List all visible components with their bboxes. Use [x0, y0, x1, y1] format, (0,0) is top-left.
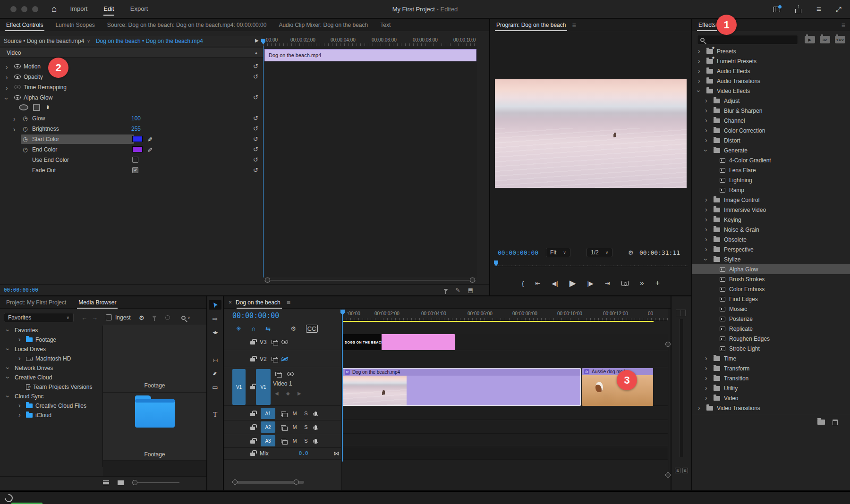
hand-tool[interactable]: [209, 396, 221, 405]
go-to-out-button[interactable]: ⇥: [605, 280, 610, 287]
ripple-edit-tool[interactable]: ◀▶: [209, 328, 221, 337]
chevron-icon[interactable]: [698, 88, 703, 94]
start-color-swatch[interactable]: [132, 136, 143, 142]
mix-value[interactable]: 0.0: [299, 450, 308, 456]
param-row-glow[interactable]: Glow 100: [0, 113, 263, 124]
solo-right-button[interactable]: S: [682, 468, 688, 473]
play-button[interactable]: ▶: [570, 278, 576, 288]
tab-audio-clip-mixer[interactable]: Audio Clip Mixer: Dog on the beach: [272, 19, 374, 31]
effects-tree-item[interactable]: Color Emboss: [692, 284, 850, 294]
effects-tree-item[interactable]: Lightning: [692, 175, 850, 185]
voiceover-mic-icon[interactable]: [314, 412, 317, 416]
effects-tree-item[interactable]: Time: [692, 353, 850, 363]
chevron-icon[interactable]: [13, 116, 18, 123]
reset-icon[interactable]: [253, 125, 258, 132]
stopwatch-icon[interactable]: [23, 146, 27, 153]
solo-button[interactable]: S: [303, 438, 309, 444]
chevron-icon[interactable]: [698, 405, 703, 412]
chevron-icon[interactable]: [705, 246, 710, 253]
effects-tree-item[interactable]: Adjust: [692, 96, 850, 106]
scrollbar-handle[interactable]: [232, 479, 238, 485]
export-frame-button[interactable]: [621, 281, 629, 286]
chevron-icon[interactable]: [7, 365, 12, 371]
solo-button[interactable]: S: [303, 424, 309, 430]
chevron-icon[interactable]: [705, 207, 710, 213]
media-tree-item[interactable]: Macintosh HD: [0, 354, 102, 363]
chevron-icon[interactable]: [6, 64, 10, 71]
effects-tree-item[interactable]: Presets: [692, 46, 850, 56]
program-timecode[interactable]: 00:00:00:00: [498, 249, 538, 256]
media-tree-item[interactable]: Creative Cloud Files: [0, 401, 102, 411]
target-patch-audio[interactable]: A1: [261, 408, 275, 419]
effects-tree-item[interactable]: Find Edges: [692, 294, 850, 304]
stopwatch-icon[interactable]: [23, 136, 27, 143]
share-icon[interactable]: [795, 9, 801, 13]
slip-tool[interactable]: |↔|: [209, 355, 221, 364]
clip-dog-on-the-beach[interactable]: fx Dog on the beach.mp4: [342, 368, 581, 406]
scrollbar-handle[interactable]: [665, 342, 671, 347]
creative-cloud-sync-icon[interactable]: [3, 492, 15, 504]
v2-lane[interactable]: [342, 351, 668, 367]
settings-wrench-icon[interactable]: ⚙: [628, 249, 634, 256]
chevron-icon[interactable]: [6, 75, 10, 81]
effects-tree-item[interactable]: Strobe Light: [692, 344, 850, 353]
effects-tree-item[interactable]: Alpha Glow: [692, 264, 850, 274]
home-button[interactable]: ⌂: [51, 4, 57, 14]
chevron-icon[interactable]: [705, 108, 710, 114]
track-select-forward-tool[interactable]: ⇨: [209, 314, 221, 323]
ingest-checkbox[interactable]: [106, 314, 112, 320]
play-edit-icon[interactable]: ▶: [255, 38, 259, 43]
lock-icon[interactable]: [250, 440, 255, 444]
reset-icon[interactable]: [253, 73, 258, 80]
effects-tree-item[interactable]: Generate: [692, 145, 850, 155]
source-clip-selector[interactable]: Source • Dog on the beach.mp4: [4, 38, 84, 44]
effects-tree-item[interactable]: Mosaic: [692, 304, 850, 314]
fx-badge-icon[interactable]: fx: [345, 370, 350, 375]
vertical-scrollbar[interactable]: [665, 342, 671, 478]
reset-icon[interactable]: [253, 156, 258, 163]
workspace-icon[interactable]: [773, 7, 780, 12]
effects-tree-item[interactable]: Lumetri Presets: [692, 56, 850, 66]
media-content-area[interactable]: Footage Footage: [103, 325, 206, 476]
clip-dogs-on-the-beach-graphic[interactable]: DOGS ON THE BEACH: [342, 334, 455, 350]
eye-toggle-icon[interactable]: [14, 85, 21, 89]
chevron-icon[interactable]: [705, 355, 710, 362]
chevron-icon[interactable]: [705, 375, 710, 382]
playback-resolution-select[interactable]: 1/2∨: [586, 248, 612, 257]
next-keyframe-icon[interactable]: ▶: [298, 391, 301, 396]
thumbnail-view-icon[interactable]: [118, 480, 124, 485]
eye-toggle-icon[interactable]: [14, 75, 21, 79]
effect-controls-timeline[interactable]: [263, 36, 477, 277]
wrench-icon[interactable]: ⚙: [290, 325, 296, 332]
favorites-select[interactable]: Favorites∨: [4, 313, 74, 322]
eye-toggle-icon[interactable]: [14, 95, 21, 100]
thumbnail-zoom-slider[interactable]: [132, 480, 179, 486]
param-row-start-color[interactable]: Start Color: [0, 134, 263, 144]
chevron-icon[interactable]: [705, 227, 710, 233]
param-row-brightness[interactable]: Brightness 255: [0, 124, 263, 134]
tab-effect-controls[interactable]: Effect Controls: [0, 19, 49, 31]
chevron-icon[interactable]: [698, 78, 703, 84]
chevron-icon[interactable]: [6, 95, 10, 102]
tab-sequence[interactable]: Dog on the beach: [232, 296, 287, 309]
chevron-icon[interactable]: [18, 412, 23, 419]
effects-tree-item[interactable]: Audio Transitions: [692, 76, 850, 86]
sync-lock-icon[interactable]: [272, 340, 277, 344]
export-icon[interactable]: ⬒: [468, 287, 473, 294]
effects-tree-item[interactable]: Color Correction: [692, 126, 850, 135]
lock-icon[interactable]: [250, 358, 255, 361]
fade-out-checkbox[interactable]: [132, 167, 138, 173]
reset-icon[interactable]: [253, 94, 258, 101]
target-patch-v1[interactable]: V1: [256, 369, 271, 405]
settings-wrench-icon[interactable]: ⚙: [139, 314, 144, 321]
video-section-header[interactable]: Video ▲: [0, 48, 263, 58]
horizontal-scrollbar[interactable]: [232, 479, 308, 485]
eyedropper-icon[interactable]: [147, 135, 153, 143]
chevron-icon[interactable]: [7, 327, 12, 334]
chevron-icon[interactable]: [18, 355, 23, 362]
chevron-icon[interactable]: [6, 85, 10, 92]
window-dot-icon[interactable]: [32, 6, 38, 12]
effect-row-alpha-glow[interactable]: Alpha Glow: [0, 92, 263, 103]
reset-icon[interactable]: [253, 167, 258, 174]
list-view-icon[interactable]: [103, 480, 109, 485]
